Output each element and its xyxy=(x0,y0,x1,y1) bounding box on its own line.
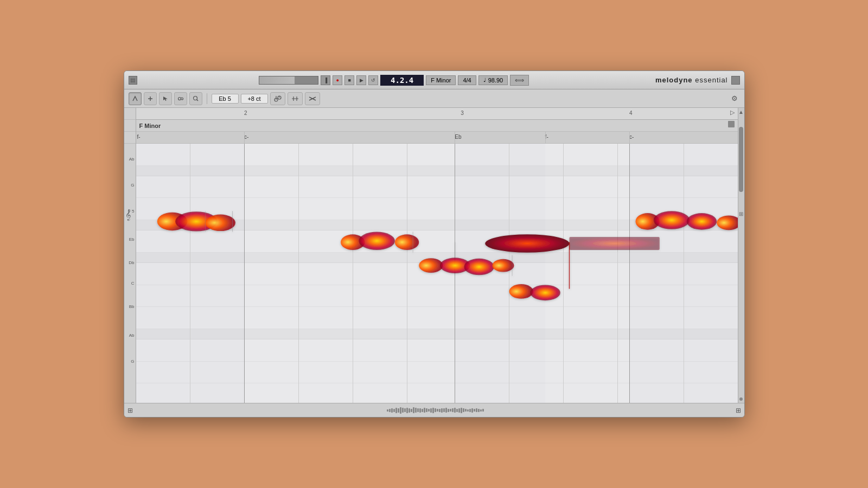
pitch-key-labels: Ab G F 5 Eb Db C Bb Ab G xyxy=(124,144,136,403)
scroll-thumb[interactable] xyxy=(739,127,743,192)
clef-icon: 𝄞 xyxy=(125,210,131,220)
bottom-left-icon[interactable]: ⊞ xyxy=(127,407,133,414)
tool-formant-button[interactable] xyxy=(174,92,187,105)
waveform-bar xyxy=(415,408,417,413)
waveform-bar xyxy=(463,408,464,412)
fit-button[interactable]: ⊞ xyxy=(738,210,744,218)
timeline-area: 2 3 4 ▷ F Minor f- c- Eb f- c- xyxy=(136,108,738,403)
waveform-bar xyxy=(409,408,410,413)
scroll-up-button[interactable]: ▲ xyxy=(738,108,744,116)
ruler-mark-2: 2 xyxy=(244,110,247,116)
pitch-label-ab-high: Ab xyxy=(129,157,135,162)
waveform-bar xyxy=(404,408,406,412)
ruler-mark-4: 4 xyxy=(629,110,633,116)
play-button[interactable]: ▶ xyxy=(356,75,366,85)
titlebar: ▤ ▐ ● ■ ▶ ↺ 4.2.4 F Minor 4/4 xyxy=(124,71,744,89)
waveform-bar xyxy=(387,409,388,412)
main-editor: Ab G F 5 Eb Db C Bb Ab G 𝄞 2 3 4 ▷ xyxy=(124,108,744,403)
waveform-bar xyxy=(426,408,427,412)
chord-label-f-1: f- xyxy=(137,134,141,140)
waveform-bar xyxy=(413,407,414,413)
waveform-bar xyxy=(478,409,480,412)
app-window: ▤ ▐ ● ■ ▶ ↺ 4.2.4 F Minor 4/4 xyxy=(124,70,745,418)
piano-keys: Ab G F 5 Eb Db C Bb Ab G 𝄞 xyxy=(124,108,136,403)
lane-settings-button[interactable] xyxy=(728,121,735,127)
current-pitch-display: Eb 5 xyxy=(212,94,239,104)
waveform-bar xyxy=(452,408,454,412)
key-name-bar: F Minor xyxy=(136,120,738,132)
chord-label-c-1: c- xyxy=(244,134,248,140)
waveform-bar xyxy=(430,408,432,413)
transport-section: ▐ ● ■ ▶ ↺ 4.2.4 F Minor 4/4 ♩ 98.90 ⟺ xyxy=(141,75,648,86)
transport-progress-bar[interactable] xyxy=(259,76,318,85)
titlebar-left: ▤ xyxy=(129,76,137,85)
svg-point-2 xyxy=(178,97,181,100)
waveform-bar xyxy=(439,409,441,412)
app-logo: melodyne essential xyxy=(655,76,728,84)
tool-select-button[interactable] xyxy=(159,92,172,105)
waveform-bar xyxy=(389,409,391,412)
waveform-bar xyxy=(458,408,460,413)
scroll-indicator xyxy=(739,397,743,401)
pitch-tool-2[interactable] xyxy=(288,92,303,105)
svg-point-4 xyxy=(193,96,197,100)
note-grid[interactable] xyxy=(136,144,738,403)
waveform-bar xyxy=(435,408,436,412)
waveform-bar xyxy=(424,408,425,413)
pitch-tool-1[interactable] xyxy=(270,92,285,105)
svg-point-3 xyxy=(181,98,183,100)
chord-label-c-2: c- xyxy=(629,134,634,140)
waveform-bar xyxy=(419,408,421,413)
navigation-buttons[interactable]: ⟺ xyxy=(510,75,529,86)
waveform-bar xyxy=(467,409,469,412)
pitch-correction-display: +8 ct xyxy=(241,94,268,104)
pitch-label-db: Db xyxy=(129,260,134,265)
svg-line-5 xyxy=(196,99,198,101)
mini-waveform xyxy=(135,406,736,415)
waveform-bar xyxy=(393,409,395,412)
waveform-bar xyxy=(461,408,462,413)
record-button[interactable]: ● xyxy=(333,75,342,85)
ruler-mark-3: 3 xyxy=(461,110,464,116)
scroll-right-icon[interactable]: ▷ xyxy=(730,109,735,116)
waveform-bar xyxy=(391,408,393,413)
waveform-bar xyxy=(482,409,484,412)
key-display[interactable]: F Minor xyxy=(426,75,456,85)
waveform-bar xyxy=(417,408,419,412)
waveform-bar xyxy=(450,409,451,412)
waveform-bar xyxy=(411,409,412,412)
waveform-bar xyxy=(471,408,473,413)
waveform-bar xyxy=(398,408,399,413)
stop-button[interactable]: ■ xyxy=(344,75,354,85)
pitch-label-bb: Bb xyxy=(129,304,135,309)
transport-collapse-button[interactable]: ▐ xyxy=(321,75,330,85)
pitch-tool-3[interactable] xyxy=(305,92,320,105)
window-close-button[interactable] xyxy=(731,76,740,85)
waveform-bar xyxy=(406,408,408,413)
waveform-bar xyxy=(432,408,434,413)
waveform-bar xyxy=(422,409,423,412)
time-sig-display: 4/4 xyxy=(458,75,476,85)
waveform-bar xyxy=(476,408,477,412)
tempo-display: ♩ 98.90 xyxy=(478,75,508,85)
pitch-label-ab-low: Ab xyxy=(129,333,135,338)
bottom-expand-button[interactable]: ⊞ xyxy=(736,407,741,414)
waveform-bar xyxy=(428,409,430,412)
waveform-bar xyxy=(400,407,401,414)
settings-button[interactable]: ⚙ xyxy=(729,93,740,104)
pitch-label-g-low: G xyxy=(131,359,134,364)
window-menu-button[interactable]: ▤ xyxy=(129,76,137,85)
tool-main-button[interactable] xyxy=(129,92,142,105)
loop-button[interactable]: ↺ xyxy=(368,75,378,85)
tool-zoom-button[interactable] xyxy=(189,92,202,105)
vertical-scrollbar[interactable]: ▲ ⊞ xyxy=(738,108,744,403)
waveform-bar xyxy=(441,408,443,413)
tool-pitch-button[interactable] xyxy=(144,92,157,105)
chord-bar: f- c- Eb f- c- xyxy=(136,132,738,144)
waveform-bar xyxy=(469,409,471,412)
waveform-bar xyxy=(402,408,404,413)
waveform-bar xyxy=(395,408,397,413)
waveform-bar xyxy=(454,408,456,413)
bottom-waveform-bar: ⊞ xyxy=(124,403,744,417)
timeline-ruler: 2 3 4 ▷ xyxy=(136,108,738,120)
